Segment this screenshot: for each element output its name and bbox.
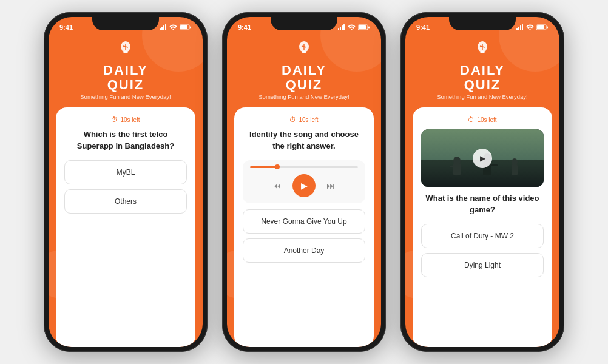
svg-rect-36 [480, 52, 485, 53]
svg-rect-15 [342, 25, 343, 30]
status-icons-3 [516, 24, 549, 30]
phone-2: 9:41 DAILY QUIZ Something Fun and New Ev… [222, 12, 386, 352]
app-header-1: DAILY QUIZ Something Fun and New Everyda… [49, 34, 203, 107]
svg-rect-1 [161, 27, 163, 30]
progress-bar [250, 166, 358, 168]
svg-point-30 [529, 29, 530, 30]
app-icon-2 [296, 40, 312, 61]
phone-2-screen: 9:41 DAILY QUIZ Something Fun and New Ev… [227, 17, 381, 347]
app-icon-1 [117, 40, 134, 61]
status-time-1: 9:41 [59, 24, 73, 31]
svg-rect-26 [516, 28, 518, 30]
app-subtitle-2: Something Fun and New Everyday! [258, 93, 349, 100]
phone-3-screen: 9:41 DAILY QUIZ Something Fun and New Ev… [405, 17, 559, 347]
app-title-2: DAILY QUIZ [282, 63, 326, 92]
quiz-card-1: ⏱ 10s left Which is the first telco Supe… [56, 107, 195, 347]
svg-rect-14 [340, 27, 341, 30]
svg-rect-48 [512, 164, 518, 175]
video-play-button[interactable]: ▶ [473, 149, 492, 168]
music-controls: ⏮ ▶ ⏭ [250, 174, 358, 197]
svg-rect-28 [520, 25, 521, 30]
timer-icon-1: ⏱ [111, 116, 118, 123]
progress-fill [250, 166, 277, 168]
notch-2 [271, 17, 337, 30]
phone-1-screen: 9:41 DAILY QUIZ Something Fun and New Ev… [49, 17, 203, 347]
quiz-card-3: ⏱ 10s left [413, 107, 552, 347]
answer-2-1[interactable]: Another Day [243, 238, 365, 263]
status-icons-2 [338, 24, 370, 30]
svg-rect-2 [163, 25, 164, 30]
answer-2-0[interactable]: Never Gonna Give You Up [243, 209, 365, 234]
status-time-3: 9:41 [416, 24, 430, 31]
phone-3: 9:41 DAILY QUIZ Something Fun and New Ev… [400, 12, 564, 352]
answer-3-0[interactable]: Call of Duty - MW 2 [421, 224, 544, 248]
quiz-card-2: ⏱ 10s left Identify the song and choose … [234, 107, 374, 347]
svg-rect-6 [180, 25, 187, 29]
app-subtitle-1: Something Fun and New Everyday! [80, 93, 171, 100]
svg-rect-16 [343, 24, 345, 30]
svg-point-4 [172, 29, 174, 30]
app-header-2: DAILY QUIZ Something Fun and New Everyda… [227, 34, 381, 107]
svg-rect-42 [453, 163, 461, 175]
music-player: ⏮ ▶ ⏭ [243, 160, 365, 203]
app-title-3: DAILY QUIZ [460, 63, 505, 92]
svg-rect-20 [368, 27, 370, 29]
timer-2: ⏱ 10s left [243, 116, 365, 123]
svg-rect-33 [547, 27, 548, 29]
timer-icon-2: ⏱ [289, 116, 296, 123]
app-title-1: DAILY QUIZ [103, 63, 148, 92]
timer-1: ⏱ 10s left [64, 116, 187, 123]
next-button[interactable]: ⏭ [326, 181, 335, 190]
video-player: ▶ [421, 129, 544, 187]
svg-point-17 [351, 29, 352, 30]
notch-1 [92, 17, 159, 30]
timer-icon-3: ⏱ [468, 116, 475, 123]
timer-3: ⏱ 10s left [421, 116, 544, 123]
app-icon-3 [474, 40, 491, 61]
answer-1-0[interactable]: MyBL [64, 160, 187, 184]
status-icons-1 [160, 24, 192, 30]
svg-rect-19 [359, 25, 366, 29]
svg-rect-29 [522, 24, 523, 30]
svg-rect-23 [302, 52, 306, 53]
question-2: Identify the song and choose the right a… [243, 129, 365, 151]
notch-3 [449, 17, 516, 30]
phone-1: 9:41 DAILY QUIZ Something Fun and New Ev… [44, 12, 208, 352]
answer-3-1[interactable]: Dying Light [421, 253, 544, 277]
question-1: Which is the first telco Superapp in Ban… [64, 129, 187, 151]
svg-rect-13 [338, 28, 339, 30]
app-header-3: DAILY QUIZ Something Fun and New Everyda… [405, 34, 559, 107]
progress-dot [275, 164, 280, 169]
svg-rect-46 [491, 164, 498, 166]
svg-rect-10 [123, 52, 128, 53]
prev-button[interactable]: ⏮ [273, 181, 282, 190]
svg-rect-32 [537, 25, 544, 29]
svg-rect-43 [450, 166, 454, 167]
answer-1-1[interactable]: Others [64, 189, 187, 214]
svg-rect-3 [165, 24, 166, 30]
status-time-2: 9:41 [238, 24, 251, 31]
svg-rect-7 [190, 27, 191, 29]
app-subtitle-3: Something Fun and New Everyday! [437, 93, 527, 100]
question-3: What is the name of this video game? [421, 193, 544, 215]
svg-rect-0 [160, 28, 161, 30]
play-button[interactable]: ▶ [292, 174, 316, 197]
svg-rect-27 [518, 27, 519, 30]
